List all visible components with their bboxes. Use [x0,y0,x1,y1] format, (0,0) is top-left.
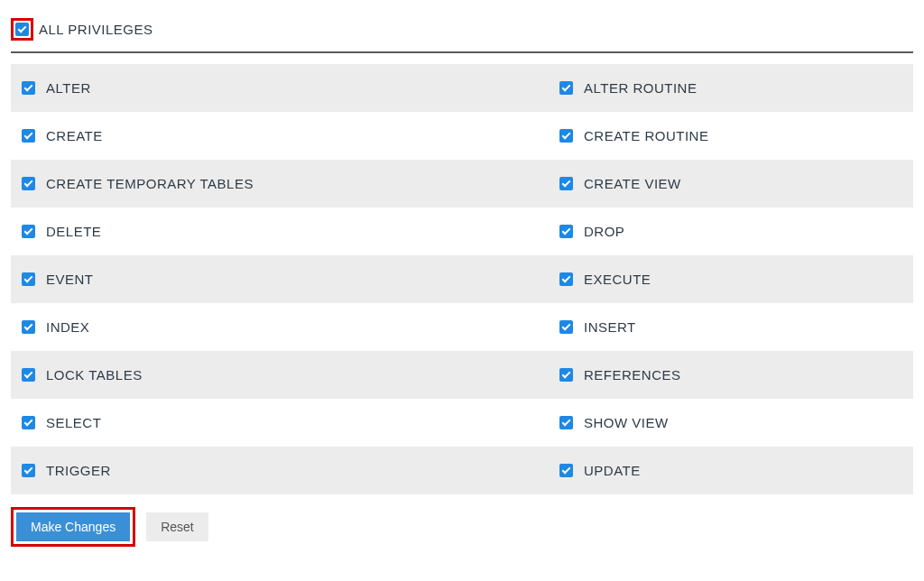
privilege-cell: ALTER [11,64,549,112]
privilege-label: CREATE ROUTINE [584,128,708,143]
privilege-cell: INSERT [549,303,913,351]
privilege-label: CREATE VIEW [584,176,681,191]
privilege-checkbox[interactable] [559,177,573,190]
privilege-cell: CREATE ROUTINE [549,112,913,160]
button-row: Make Changes Reset [11,507,913,547]
privilege-checkbox[interactable] [559,416,573,429]
privilege-row: LOCK TABLES REFERENCES [11,351,913,399]
privilege-label: ALTER [46,80,91,96]
privilege-cell: EVENT [11,255,549,303]
divider [11,51,913,53]
privilege-cell: EXECUTE [549,255,913,303]
privilege-label: CREATE TEMPORARY TABLES [46,176,254,191]
privilege-label: LOCK TABLES [46,367,143,383]
all-privileges-row: ALL PRIVILEGES [11,18,913,41]
privilege-grid: ALTER ALTER ROUTINE CREATE CREATE ROUTIN… [11,64,913,494]
privilege-checkbox[interactable] [22,272,35,286]
privilege-checkbox[interactable] [22,177,35,190]
privilege-cell: CREATE TEMPORARY TABLES [11,160,549,208]
privilege-cell: SELECT [11,399,549,447]
privilege-cell: INDEX [11,303,549,351]
privilege-checkbox[interactable] [559,81,573,95]
privilege-checkbox[interactable] [22,81,35,95]
all-privileges-label: ALL PRIVILEGES [39,22,153,37]
privilege-row: INDEX INSERT [11,303,913,351]
make-changes-button[interactable]: Make Changes [16,512,130,541]
privilege-cell: DROP [549,208,913,255]
privilege-row: ALTER ALTER ROUTINE [11,64,913,112]
privilege-label: SHOW VIEW [584,415,669,430]
privilege-label: EXECUTE [584,272,651,287]
privilege-checkbox[interactable] [559,464,573,477]
privilege-cell: CREATE VIEW [549,160,913,208]
privilege-row: SELECT SHOW VIEW [11,399,913,447]
privilege-label: DELETE [46,224,101,239]
privilege-label: INSERT [584,319,636,335]
privilege-checkbox[interactable] [559,272,573,286]
privilege-row: EVENT EXECUTE [11,255,913,303]
privilege-checkbox[interactable] [22,368,35,382]
privilege-checkbox[interactable] [22,416,35,429]
privilege-checkbox[interactable] [559,225,573,238]
privilege-label: CREATE [46,128,103,143]
privilege-cell: CREATE [11,112,549,160]
privilege-checkbox[interactable] [22,129,35,143]
privilege-cell: TRIGGER [11,447,549,494]
privilege-label: EVENT [46,272,94,287]
privilege-label: TRIGGER [46,463,111,478]
privilege-label: UPDATE [584,463,641,478]
privilege-row: DELETE DROP [11,208,913,255]
privilege-row: TRIGGER UPDATE [11,447,913,494]
privilege-cell: DELETE [11,208,549,255]
make-changes-highlight: Make Changes [11,507,135,547]
privilege-label: ALTER ROUTINE [584,80,697,96]
privilege-cell: ALTER ROUTINE [549,64,913,112]
privilege-cell: UPDATE [549,447,913,494]
all-privileges-highlight [11,18,33,41]
reset-button[interactable]: Reset [146,512,208,541]
privilege-checkbox[interactable] [22,464,35,477]
privilege-row: CREATE CREATE ROUTINE [11,112,913,160]
privilege-checkbox[interactable] [22,320,35,334]
privilege-checkbox[interactable] [559,129,573,143]
privilege-label: SELECT [46,415,101,430]
privilege-checkbox[interactable] [22,225,35,238]
privilege-cell: SHOW VIEW [549,399,913,447]
privilege-checkbox[interactable] [559,368,573,382]
privilege-checkbox[interactable] [559,320,573,334]
privilege-row: CREATE TEMPORARY TABLES CREATE VIEW [11,160,913,208]
all-privileges-checkbox[interactable] [15,23,29,36]
privilege-label: INDEX [46,319,89,335]
privilege-label: DROP [584,224,624,239]
privilege-cell: REFERENCES [549,351,913,399]
privilege-cell: LOCK TABLES [11,351,549,399]
privilege-label: REFERENCES [584,367,681,383]
